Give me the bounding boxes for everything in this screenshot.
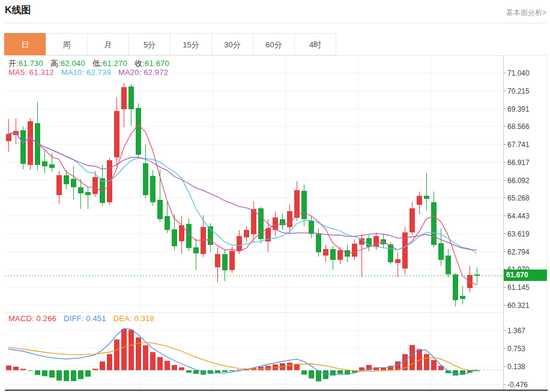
svg-text:1.367: 1.367	[507, 327, 525, 335]
svg-text:60.321: 60.321	[507, 301, 530, 310]
tab-4时[interactable]: 4时	[294, 33, 336, 55]
page-title: K线图	[5, 4, 31, 17]
tab-周[interactable]: 周	[46, 33, 88, 55]
svg-text:63.619: 63.619	[507, 230, 530, 238]
svg-text:66.917: 66.917	[507, 158, 530, 167]
svg-text:68.566: 68.566	[507, 122, 530, 131]
tab-60分[interactable]: 60分	[253, 33, 295, 55]
svg-text:64.443: 64.443	[507, 212, 530, 220]
period-tabs: 日周月5分15分30分60分4时	[5, 33, 336, 55]
svg-text:62.794: 62.794	[507, 248, 530, 256]
ma20-readout: MA20: 62.972	[118, 68, 168, 77]
svg-text:65.268: 65.268	[507, 194, 530, 202]
ma10-readout: MA10: 62.739	[61, 68, 111, 77]
tab-30分[interactable]: 30分	[211, 33, 253, 55]
svg-text:70.215: 70.215	[507, 87, 530, 95]
dea-readout: DEA: 0.318	[113, 314, 154, 323]
svg-text:66.092: 66.092	[507, 176, 530, 185]
macd-readout: MACD: 0.266	[8, 314, 56, 323]
tab-5分[interactable]: 5分	[128, 33, 171, 55]
diff-readout: DIFF: 0.451	[64, 314, 106, 323]
svg-text:-0.476: -0.476	[507, 381, 528, 389]
svg-text:67.741: 67.741	[507, 140, 530, 149]
tab-日[interactable]: 日	[4, 33, 46, 55]
svg-text:0.138: 0.138	[507, 363, 525, 371]
tab-15分[interactable]: 15分	[170, 33, 212, 55]
header-divider	[5, 23, 546, 23]
svg-text:69.391: 69.391	[507, 105, 530, 113]
ma-legend: MA5: 61.312 MA10: 62.739 MA20: 62.972	[8, 68, 168, 77]
macd-legend: MACD: 0.266 DIFF: 0.451 DEA: 0.318	[8, 314, 154, 323]
svg-text:61.145: 61.145	[507, 283, 530, 292]
svg-text:71.040: 71.040	[507, 69, 530, 77]
current-price-tag: 61.670	[504, 270, 547, 281]
fundamental-analysis-link[interactable]: 基本面分析>	[506, 8, 546, 18]
tab-月[interactable]: 月	[87, 33, 129, 55]
svg-text:0.753: 0.753	[507, 345, 525, 353]
ma5-readout: MA5: 61.312	[8, 68, 54, 77]
